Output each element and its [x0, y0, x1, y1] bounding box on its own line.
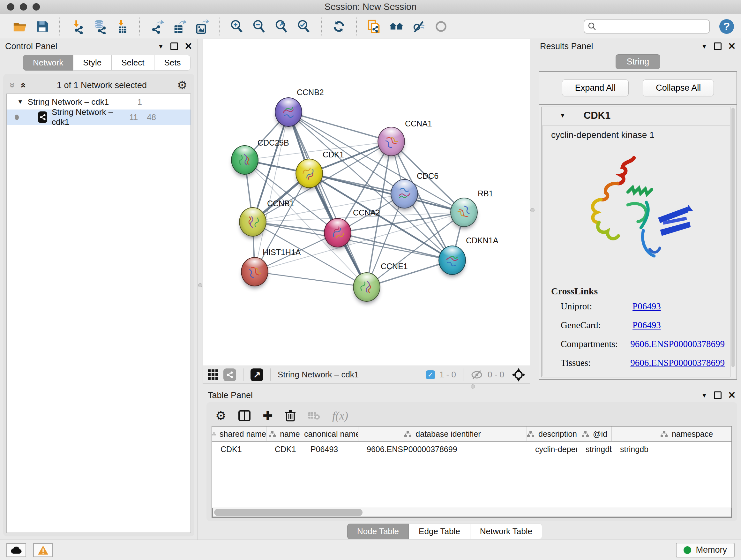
control-panel-menu-caret-icon[interactable]: ▼ [158, 43, 164, 50]
network-badge-icon[interactable] [223, 368, 236, 381]
node-HIST1H1A[interactable] [241, 257, 268, 287]
tab-network[interactable]: Network [23, 55, 73, 71]
horizontal-splitter[interactable] [203, 384, 741, 389]
edge-HIST1H1A-CCNE1[interactable] [255, 272, 367, 287]
node-CDC25B[interactable] [231, 145, 259, 175]
node-CCNB2[interactable] [275, 98, 302, 127]
save-session-button[interactable] [35, 19, 50, 34]
tab-style[interactable]: Style [73, 55, 111, 71]
warning-status-button[interactable] [33, 543, 53, 557]
table-panel-menu-caret-icon[interactable]: ▼ [701, 392, 708, 399]
table-horizontal-scrollbar[interactable] [212, 508, 731, 517]
control-panel-close-icon[interactable]: ✕ [185, 42, 192, 51]
edge-CDK1-RB1[interactable] [309, 173, 464, 212]
node-CDC6[interactable] [391, 179, 418, 208]
node-RB1[interactable] [450, 198, 478, 227]
network-edge-count: 48 [147, 112, 156, 122]
selected-checkbox-icon[interactable]: ✓ [426, 370, 435, 379]
vertical-splitter-left[interactable] [198, 39, 203, 540]
protein-thumbnail-icon [379, 129, 403, 153]
show-columns-icon[interactable] [239, 410, 251, 421]
zoom-fit-button[interactable] [274, 19, 289, 34]
protein-thumbnail-icon [355, 276, 378, 298]
export-table-button[interactable] [172, 19, 187, 34]
node-CDK1[interactable] [295, 159, 323, 188]
create-column-plus-icon[interactable]: ✚ [263, 410, 273, 422]
node-CCNA2[interactable] [324, 218, 351, 247]
detach-view-icon[interactable]: ↗ [251, 368, 263, 381]
zoom-selected-button[interactable] [296, 19, 312, 34]
column-header-canonical-name[interactable]: canonical name [302, 427, 358, 441]
import-network-database-button[interactable] [92, 19, 107, 34]
splitter-handle[interactable] [530, 208, 535, 212]
vertical-splitter-right[interactable] [530, 39, 535, 384]
clone-network-button[interactable] [366, 19, 382, 34]
edge-CCNB2-CCNA1[interactable] [288, 112, 391, 141]
network-row[interactable]: String Network – cdk1 11 48 [7, 110, 191, 125]
cloud-status-button[interactable] [6, 543, 26, 557]
crosslink-row: Uniprot:P06493 [561, 301, 725, 312]
table-panel-float-icon[interactable] [714, 391, 722, 399]
splitter-handle[interactable] [471, 384, 475, 388]
birdseye-crosshair-icon[interactable] [512, 368, 525, 381]
refresh-button[interactable] [331, 19, 347, 34]
crosslink-link[interactable]: 9606.ENSP00000378699 [630, 358, 725, 368]
zoom-in-button[interactable] [229, 19, 245, 34]
results-panel-menu-caret-icon[interactable]: ▼ [701, 43, 708, 50]
tab-string[interactable]: String [616, 54, 661, 69]
table-panel-close-icon[interactable]: ✕ [728, 390, 736, 400]
crosslink-link[interactable]: P06493 [632, 301, 661, 312]
column-header-namespace[interactable]: namespace [612, 427, 732, 441]
scrollbar-thumb[interactable] [214, 509, 362, 516]
import-table-file-button[interactable] [114, 19, 130, 34]
tab-network-table[interactable]: Network Table [470, 523, 542, 539]
expand-all-button[interactable]: Expand All [562, 79, 629, 97]
node-CCNB1[interactable] [239, 207, 266, 237]
zoom-out-button[interactable] [252, 19, 267, 34]
collapse-all-networks-icon[interactable]: » [7, 83, 18, 88]
search-input[interactable] [599, 21, 706, 31]
network-canvas[interactable]: CCNB2 CCNA1 CDC25B CDK1 CDC6 RB1 [203, 39, 530, 366]
string-home-button[interactable] [389, 19, 404, 34]
tab-select[interactable]: Select [111, 55, 154, 71]
crosslink-link[interactable]: 9606.ENSP00000378699 [630, 339, 725, 349]
gene-section-caret-icon[interactable]: ▼ [559, 112, 566, 119]
expand-all-networks-icon[interactable]: « [18, 83, 29, 88]
delete-column-trash-icon[interactable] [285, 410, 296, 422]
column-header-database-identifier[interactable]: database identifier [358, 427, 527, 441]
network-options-gear-icon[interactable]: ⚙ [177, 79, 187, 91]
tab-node-table[interactable]: Node Table [347, 523, 409, 539]
import-network-icon [70, 19, 84, 34]
grid-view-icon[interactable] [207, 369, 219, 381]
results-scrollbar[interactable] [730, 107, 735, 377]
results-panel-float-icon[interactable] [714, 43, 722, 50]
node-CCNA1[interactable] [378, 127, 405, 156]
results-panel-close-icon[interactable]: ✕ [728, 42, 736, 51]
export-image-button[interactable] [194, 19, 209, 34]
table-row[interactable]: CDK1CDK1P064939606.ENSP00000378699cyclin… [212, 442, 731, 456]
node-CDKN1A[interactable] [439, 246, 466, 275]
memory-button[interactable]: Memory [676, 543, 735, 557]
help-button[interactable]: ? [719, 19, 734, 34]
node-CCNE1[interactable] [353, 272, 381, 302]
collapse-all-button[interactable]: Collapse All [643, 79, 714, 97]
search-box [584, 19, 710, 34]
collection-caret-icon[interactable]: ▼ [17, 98, 23, 105]
edge-CCNB2-CCNE1[interactable] [288, 112, 367, 287]
tab-edge-table[interactable]: Edge Table [409, 523, 470, 539]
table-options-gear-icon[interactable]: ⚙ [215, 410, 226, 422]
column-header-name[interactable]: name [266, 427, 302, 441]
crosslink-link[interactable]: P06493 [632, 320, 661, 330]
open-session-button[interactable] [12, 19, 27, 34]
column-header-shared-name[interactable]: shared name [212, 427, 266, 441]
control-panel-float-icon[interactable] [171, 43, 178, 50]
column-header-description[interactable]: description [527, 427, 577, 441]
hide-glasses-button[interactable] [411, 19, 426, 34]
tab-sets[interactable]: Sets [154, 55, 191, 71]
export-network-button[interactable] [149, 19, 165, 34]
cloud-icon [10, 546, 22, 554]
import-network-file-button[interactable] [70, 19, 85, 34]
show-eye-button[interactable] [433, 19, 449, 34]
splitter-handle[interactable] [198, 283, 202, 287]
column-header--id[interactable]: @id [577, 427, 612, 441]
